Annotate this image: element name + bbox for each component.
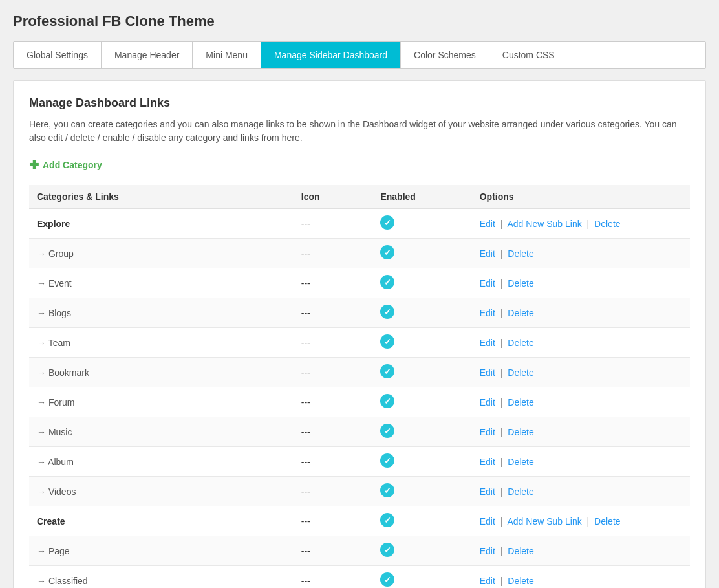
icon-cell: --- [294, 209, 373, 239]
edit-link[interactable]: Edit [480, 338, 495, 348]
icon-cell: --- [294, 566, 373, 589]
separator: | [500, 457, 503, 467]
separator: | [587, 516, 590, 527]
enabled-cell [372, 387, 471, 417]
delete-link[interactable]: Delete [508, 278, 533, 289]
options-cell: Edit | Delete [472, 566, 690, 589]
table-row: Create---Edit | Add New Sub Link | Delet… [29, 506, 690, 536]
separator: | [500, 248, 503, 259]
options-cell: Edit | Delete [472, 268, 690, 298]
table-row: → Album---Edit | Delete [29, 447, 690, 477]
separator: | [500, 367, 503, 378]
edit-link[interactable]: Edit [480, 516, 495, 527]
edit-link[interactable]: Edit [480, 576, 495, 586]
edit-link[interactable]: Edit [480, 427, 495, 437]
edit-link[interactable]: Edit [480, 397, 495, 408]
enabled-cell [372, 328, 471, 358]
delete-link[interactable]: Delete [594, 516, 620, 527]
tab-manage-header[interactable]: Manage Header [102, 42, 193, 68]
edit-link[interactable]: Edit [480, 248, 495, 259]
enabled-check-icon [380, 483, 394, 497]
icon-cell: --- [294, 536, 373, 566]
add-link[interactable]: Add New Sub Link [508, 219, 582, 229]
separator: | [500, 546, 503, 556]
table-row: → Event---Edit | Delete [29, 268, 690, 298]
page-title: Professional FB Clone Theme [13, 13, 706, 30]
table-row: → Forum---Edit | Delete [29, 387, 690, 417]
enabled-check-icon [380, 334, 394, 349]
plus-icon: ✚ [29, 158, 39, 172]
icon-cell: --- [294, 328, 373, 358]
edit-link[interactable]: Edit [480, 308, 495, 318]
delete-link[interactable]: Delete [508, 308, 533, 318]
delete-link[interactable]: Delete [508, 546, 533, 556]
delete-link[interactable]: Delete [594, 219, 620, 229]
add-category-label: Add Category [43, 160, 102, 170]
icon-cell: --- [294, 387, 373, 417]
sub-link-name: → Group [37, 248, 74, 259]
edit-link[interactable]: Edit [480, 278, 495, 289]
sub-link-name: → Forum [37, 397, 74, 408]
sub-link-name: → Music [37, 427, 72, 437]
sub-link-name: → Blogs [37, 308, 71, 318]
tab-color-schemes[interactable]: Color Schemes [401, 42, 489, 68]
add-link[interactable]: Add New Sub Link [508, 516, 582, 527]
icon-cell: --- [294, 477, 373, 506]
options-cell: Edit | Delete [472, 328, 690, 358]
table-body: Explore---Edit | Add New Sub Link | Dele… [29, 209, 690, 589]
enabled-cell [372, 268, 471, 298]
options-cell: Edit | Delete [472, 536, 690, 566]
delete-link[interactable]: Delete [508, 486, 533, 497]
tab-mini-menu[interactable]: Mini Menu [193, 42, 261, 68]
enabled-cell [372, 358, 471, 387]
separator: | [500, 516, 503, 527]
tabs-container: Global SettingsManage HeaderMini MenuMan… [13, 41, 706, 69]
col-header-icon: Icon [294, 185, 373, 209]
delete-link[interactable]: Delete [508, 576, 533, 586]
col-header-enabled: Enabled [372, 185, 471, 209]
enabled-check-icon [380, 275, 394, 289]
icon-cell: --- [294, 358, 373, 387]
enabled-cell [372, 477, 471, 506]
enabled-check-icon [380, 513, 394, 527]
table-row: → Classified---Edit | Delete [29, 566, 690, 589]
tab-manage-sidebar-dashboard[interactable]: Manage Sidebar Dashboard [261, 42, 401, 68]
enabled-check-icon [380, 572, 394, 587]
icon-cell: --- [294, 506, 373, 536]
enabled-cell [372, 209, 471, 239]
delete-link[interactable]: Delete [508, 397, 533, 408]
separator: | [500, 219, 503, 229]
delete-link[interactable]: Delete [508, 338, 533, 348]
enabled-check-icon [380, 364, 394, 378]
table-row: → Group---Edit | Delete [29, 239, 690, 268]
add-category-button[interactable]: ✚ Add Category [29, 158, 102, 172]
enabled-check-icon [380, 424, 394, 438]
edit-link[interactable]: Edit [480, 367, 495, 378]
icon-cell: --- [294, 417, 373, 447]
separator: | [500, 576, 503, 586]
table-row: → Blogs---Edit | Delete [29, 298, 690, 328]
table-row: → Page---Edit | Delete [29, 536, 690, 566]
table-header-row: Categories & Links Icon Enabled Options [29, 185, 690, 209]
table-row: → Bookmark---Edit | Delete [29, 358, 690, 387]
delete-link[interactable]: Delete [508, 248, 533, 259]
edit-link[interactable]: Edit [480, 457, 495, 467]
enabled-check-icon [380, 453, 394, 468]
tab-custom-css[interactable]: Custom CSS [489, 42, 568, 68]
edit-link[interactable]: Edit [480, 219, 495, 229]
separator: | [500, 338, 503, 348]
col-header-options: Options [472, 185, 690, 209]
delete-link[interactable]: Delete [508, 457, 533, 467]
delete-link[interactable]: Delete [508, 367, 533, 378]
edit-link[interactable]: Edit [480, 486, 495, 497]
icon-cell: --- [294, 239, 373, 268]
category-name: Explore [37, 219, 70, 229]
options-cell: Edit | Delete [472, 447, 690, 477]
icon-cell: --- [294, 298, 373, 328]
enabled-cell [372, 566, 471, 589]
tab-global-settings[interactable]: Global Settings [14, 42, 102, 68]
delete-link[interactable]: Delete [508, 427, 533, 437]
options-cell: Edit | Delete [472, 298, 690, 328]
edit-link[interactable]: Edit [480, 546, 495, 556]
category-name: Create [37, 516, 65, 527]
